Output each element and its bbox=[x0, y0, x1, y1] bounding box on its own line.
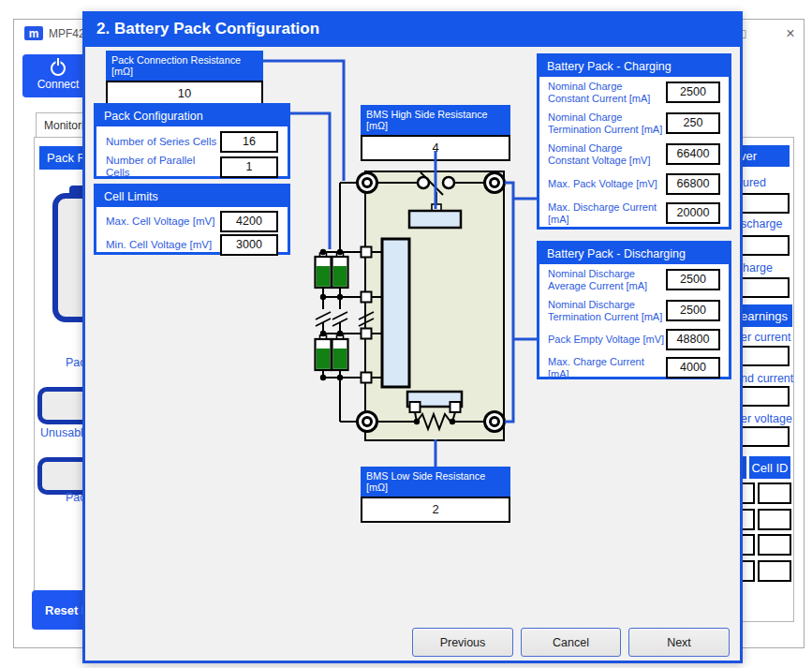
cellid-header: Cell ID bbox=[749, 456, 790, 479]
current1-label: er current bbox=[741, 331, 791, 344]
voltage-label: er voltage bbox=[741, 412, 792, 425]
discharging-panel: Battery Pack - Discharging Nominal Disch… bbox=[537, 241, 731, 379]
max-charge-current-label: Max. Charge Current [mA] bbox=[548, 356, 666, 380]
next-button[interactable]: Next bbox=[628, 628, 730, 657]
max-pack-voltage-input[interactable]: 66800 bbox=[666, 173, 720, 195]
connect-button-label: Connect bbox=[37, 78, 80, 91]
discharging-header: Battery Pack - Discharging bbox=[539, 244, 729, 264]
nom-charge-constant-voltage-input[interactable]: 66400 bbox=[666, 143, 720, 165]
cellid-field-b2[interactable] bbox=[758, 509, 791, 530]
series-cells-label: Number of Series Cells bbox=[106, 136, 216, 148]
nom-charge-constant-voltage-label: Nominal Charge Constant Voltage [mV] bbox=[548, 142, 666, 167]
bms-low-side-header: BMS Low Side Resistance [mΩ] bbox=[361, 467, 510, 497]
nom-discharge-average-current-input[interactable]: 2500 bbox=[666, 269, 720, 290]
max-discharge-current-label: Max. Discharge Current [mA] bbox=[548, 201, 666, 226]
pack-configuration-panel: Pack Configuration Number of Series Cell… bbox=[94, 103, 290, 179]
bms-high-side-header: BMS High Side Resistance [mΩ] bbox=[361, 105, 510, 135]
nom-charge-termination-current-input[interactable]: 250 bbox=[666, 112, 720, 134]
close-icon[interactable]: × bbox=[779, 24, 802, 43]
mps-logo-icon: m bbox=[24, 26, 43, 40]
pack-empty-voltage-label: Pack Empty Voltage [mV] bbox=[548, 334, 666, 346]
nom-discharge-termination-current-input[interactable]: 2500 bbox=[666, 300, 720, 321]
cellid-field-b4[interactable] bbox=[758, 560, 791, 582]
cell-limits-panel: Cell Limits Max. Cell Voltage [mV] 4200 … bbox=[94, 184, 290, 255]
cell-limits-header: Cell Limits bbox=[96, 186, 288, 207]
min-cell-voltage-input[interactable]: 3000 bbox=[220, 234, 278, 256]
max-charge-current-input[interactable]: 4000 bbox=[666, 357, 720, 379]
measured-label: ured bbox=[743, 176, 766, 189]
nom-discharge-average-current-label: Nominal Discharge Average Current [mA] bbox=[548, 268, 666, 292]
parallel-cells-label: Number of Parallel Cells bbox=[106, 155, 220, 179]
max-cell-voltage-label: Max. Cell Voltage [mV] bbox=[106, 215, 214, 228]
charge-label: harge bbox=[743, 261, 773, 275]
battery-pack-schematic bbox=[309, 164, 539, 456]
min-cell-voltage-label: Min. Cell Voltage [mV] bbox=[106, 239, 212, 251]
current2-label: nd current bbox=[741, 372, 793, 385]
pack-configuration-header: Pack Configuration bbox=[96, 106, 288, 126]
power-icon bbox=[51, 61, 66, 76]
cancel-button[interactable]: Cancel bbox=[521, 628, 621, 657]
fet-block bbox=[409, 211, 461, 228]
pack-connection-panel: Pack Connection Resistance [mΩ] 10 bbox=[106, 51, 263, 107]
dialog-title: 2. Battery Pack Configuration bbox=[82, 11, 743, 47]
cellid-field-b3[interactable] bbox=[758, 534, 791, 556]
bms-low-side-input[interactable]: 2 bbox=[361, 497, 510, 523]
bms-high-side-input[interactable]: 4 bbox=[361, 135, 510, 161]
cellid-field-b1[interactable] bbox=[758, 482, 791, 504]
nom-discharge-termination-current-label: Nominal Discharge Termination Current [m… bbox=[548, 299, 666, 323]
discharge-label: scharge bbox=[741, 217, 782, 230]
battery-cells bbox=[316, 253, 348, 370]
nom-charge-constant-current-input[interactable]: 2500 bbox=[666, 82, 720, 103]
bms-low-side-panel: BMS Low Side Resistance [mΩ] 2 bbox=[361, 467, 510, 523]
charging-header: Battery Pack - Charging bbox=[539, 56, 729, 77]
afe-ic-block bbox=[382, 239, 409, 387]
charging-panel: Battery Pack - Charging Nominal Charge C… bbox=[537, 53, 731, 230]
parallel-cells-input[interactable]: 1 bbox=[220, 156, 278, 178]
max-discharge-current-input[interactable]: 20000 bbox=[666, 202, 720, 224]
nom-charge-constant-current-label: Nominal Charge Constant Current [mA] bbox=[548, 81, 666, 105]
screen: m MPF4279 □ × Connect Monitoring Pack Re… bbox=[0, 0, 812, 668]
series-cells-input[interactable]: 16 bbox=[220, 131, 278, 153]
previous-button[interactable]: Previous bbox=[412, 628, 513, 657]
bms-high-side-panel: BMS High Side Resistance [mΩ] 4 bbox=[361, 105, 510, 161]
unusable-label: Unusabl bbox=[40, 426, 83, 439]
pack-connection-header: Pack Connection Resistance [mΩ] bbox=[106, 51, 263, 81]
max-pack-voltage-label: Max. Pack Voltage [mV] bbox=[548, 178, 666, 190]
max-cell-voltage-input[interactable]: 4200 bbox=[220, 211, 278, 232]
pack-empty-voltage-input[interactable]: 48800 bbox=[666, 329, 720, 350]
nom-charge-termination-current-label: Nominal Charge Termination Current [mA] bbox=[548, 111, 666, 136]
